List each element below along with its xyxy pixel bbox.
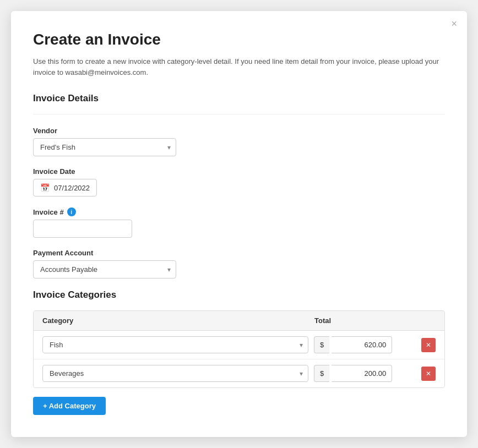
payment-account-select-wrapper: Accounts Payable ▾ [33, 260, 176, 278]
payment-account-select[interactable]: Accounts Payable [33, 260, 176, 278]
invoice-number-input[interactable] [33, 220, 132, 238]
invoice-date-group: Invoice Date 📅 07/12/2022 [33, 167, 445, 196]
invoice-number-label: Invoice # [33, 208, 64, 216]
category-fish-select[interactable]: Fish Beverages Meat Produce [42, 336, 308, 353]
create-invoice-modal: × Create an Invoice Use this form to cre… [11, 11, 467, 437]
vendor-group: Vendor Fred's Fish ▾ [33, 127, 445, 156]
fish-dollar-sign: $ [314, 336, 329, 353]
categories-table: Category Total Fish Beverages Meat Produ… [33, 310, 445, 388]
invoice-number-info-icon[interactable]: i [67, 207, 76, 216]
vendor-label: Vendor [33, 127, 445, 135]
category-beverages-select-wrapper: Fish Beverages Meat Produce ▾ [42, 365, 308, 382]
invoice-details-section-title: Invoice Details [33, 93, 445, 104]
beverages-amount-input[interactable] [332, 365, 392, 382]
invoice-categories-section-title: Invoice Categories [33, 289, 445, 301]
vendor-select[interactable]: Fred's Fish [33, 138, 176, 156]
invoice-date-input[interactable]: 📅 07/12/2022 [33, 179, 97, 196]
delete-beverages-icon: ✕ [426, 370, 431, 378]
calendar-icon: 📅 [40, 183, 50, 192]
category-beverages-select[interactable]: Fish Beverages Meat Produce [42, 365, 308, 382]
fish-amount-group: $ [314, 336, 416, 353]
invoice-categories-section: Invoice Categories Category Total Fish B… [33, 289, 445, 415]
col-total-header: Total [314, 316, 436, 325]
categories-table-header: Category Total [34, 311, 444, 331]
modal-description: Use this form to create a new invoice wi… [33, 56, 445, 78]
beverages-amount-group: $ [314, 365, 416, 382]
delete-fish-icon: ✕ [426, 341, 431, 349]
delete-beverages-button[interactable]: ✕ [421, 367, 436, 381]
vendor-select-wrapper: Fred's Fish ▾ [33, 138, 176, 156]
invoice-date-value: 07/12/2022 [54, 184, 90, 192]
modal-title: Create an Invoice [33, 31, 445, 48]
add-category-button[interactable]: + Add Category [33, 397, 106, 415]
table-row: Fish Beverages Meat Produce ▾ $ ✕ [34, 359, 444, 387]
close-button[interactable]: × [451, 19, 457, 29]
invoice-number-group: Invoice # i [33, 207, 445, 238]
invoice-date-label: Invoice Date [33, 167, 445, 176]
beverages-dollar-sign: $ [314, 365, 329, 382]
category-fish-select-wrapper: Fish Beverages Meat Produce ▾ [42, 336, 308, 353]
delete-fish-button[interactable]: ✕ [421, 338, 436, 352]
table-row: Fish Beverages Meat Produce ▾ $ ✕ [34, 331, 444, 359]
payment-account-group: Payment Account Accounts Payable ▾ [33, 249, 445, 278]
payment-account-label: Payment Account [33, 249, 445, 257]
col-category-header: Category [42, 316, 314, 325]
fish-amount-input[interactable] [332, 336, 392, 353]
